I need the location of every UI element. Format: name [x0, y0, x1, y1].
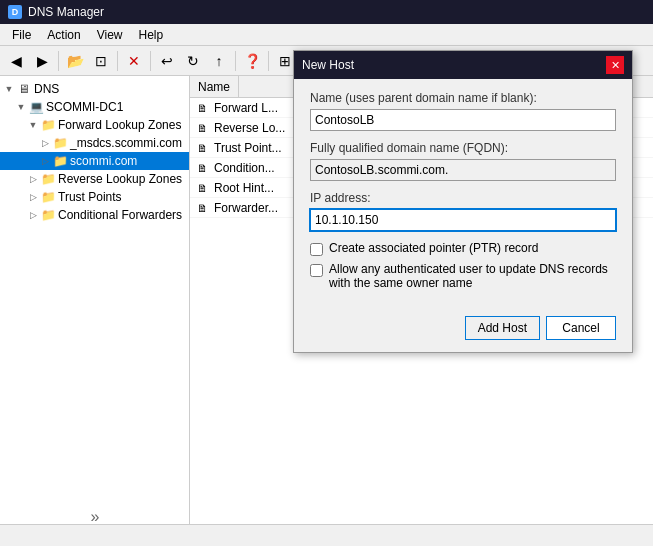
- tree-label-dns: DNS: [34, 82, 59, 96]
- nav-arrows: ◀ ▶: [4, 49, 54, 73]
- add-host-button[interactable]: Add Host: [465, 316, 540, 340]
- forward-folder-icon: 📁: [40, 117, 56, 133]
- name-column-header: Name: [190, 76, 239, 97]
- new-host-dialog: New Host ✕ Name (uses parent domain name…: [293, 50, 633, 353]
- app-icon: D: [8, 5, 22, 19]
- tree-label-reverse: Reverse Lookup Zones: [58, 172, 182, 186]
- tree-item-trust[interactable]: ▷ 📁 Trust Points: [0, 188, 189, 206]
- tree-label-conditional: Conditional Forwarders: [58, 208, 182, 222]
- ip-input[interactable]: [310, 209, 616, 231]
- server-icon: 💻: [28, 99, 44, 115]
- tree-item-server[interactable]: ▼ 💻 SCOMMI-DC1: [0, 98, 189, 116]
- expand-server-icon[interactable]: ▼: [14, 100, 28, 114]
- sep4: [235, 51, 236, 71]
- menu-view[interactable]: View: [89, 26, 131, 44]
- tree-item-reverse[interactable]: ▷ 📁 Reverse Lookup Zones: [0, 170, 189, 188]
- reverse-icon: 📁: [40, 171, 56, 187]
- list-icon-2: 🗎: [194, 140, 210, 156]
- expand-trust-icon[interactable]: ▷: [26, 190, 40, 204]
- sep2: [117, 51, 118, 71]
- dialog-title: New Host: [302, 58, 354, 72]
- tree-panel: ▼ 🖥 DNS ▼ 💻 SCOMMI-DC1 ▼ 📁 Forward Looku…: [0, 76, 190, 524]
- tree-item-dns[interactable]: ▼ 🖥 DNS: [0, 80, 189, 98]
- msdcs-icon: 📁: [52, 135, 68, 151]
- list-icon-4: 🗎: [194, 180, 210, 196]
- list-label-4: Root Hint...: [214, 181, 274, 195]
- expand-icon[interactable]: ▼: [2, 82, 16, 96]
- dns-icon: 🖥: [16, 81, 32, 97]
- tree-item-msdcs[interactable]: ▷ 📁 _msdcs.scommi.com: [0, 134, 189, 152]
- list-label-3: Condition...: [214, 161, 275, 175]
- fqdn-input: [310, 159, 616, 181]
- menu-bar: File Action View Help: [0, 24, 653, 46]
- sep5: [268, 51, 269, 71]
- double-arrow-icon: »: [87, 504, 104, 524]
- expand-conditional-icon[interactable]: ▷: [26, 208, 40, 222]
- expand-reverse-icon[interactable]: ▷: [26, 172, 40, 186]
- sep3: [150, 51, 151, 71]
- ip-label: IP address:: [310, 191, 616, 205]
- tree-item-scommi[interactable]: ▷ 📁 scommi.com: [0, 152, 189, 170]
- tree-label-msdcs: _msdcs.scommi.com: [70, 136, 182, 150]
- menu-action[interactable]: Action: [39, 26, 88, 44]
- list-label-0: Forward L...: [214, 101, 278, 115]
- trust-icon: 📁: [40, 189, 56, 205]
- list-label-1: Reverse Lo...: [214, 121, 285, 135]
- view-button[interactable]: ⊡: [89, 49, 113, 73]
- name-input[interactable]: [310, 109, 616, 131]
- dialog-title-bar: New Host ✕: [294, 51, 632, 79]
- expand-handle[interactable]: »: [0, 508, 190, 524]
- help-button[interactable]: ❓: [240, 49, 264, 73]
- auth-label: Allow any authenticated user to update D…: [329, 262, 616, 290]
- list-icon-1: 🗎: [194, 120, 210, 136]
- sep1: [58, 51, 59, 71]
- checkbox-auth-row: Allow any authenticated user to update D…: [310, 262, 616, 290]
- delete-button[interactable]: ✕: [122, 49, 146, 73]
- dialog-close-button[interactable]: ✕: [606, 56, 624, 74]
- auth-checkbox[interactable]: [310, 264, 323, 277]
- tree-label-forward: Forward Lookup Zones: [58, 118, 181, 132]
- checkbox-ptr-row: Create associated pointer (PTR) record: [310, 241, 616, 256]
- expand-msdcs-icon[interactable]: ▷: [38, 136, 52, 150]
- list-icon-5: 🗎: [194, 200, 210, 216]
- ptr-label: Create associated pointer (PTR) record: [329, 241, 538, 255]
- list-label-2: Trust Point...: [214, 141, 282, 155]
- tree-item-forward[interactable]: ▼ 📁 Forward Lookup Zones: [0, 116, 189, 134]
- status-bar: [0, 524, 653, 546]
- refresh2-button[interactable]: ↻: [181, 49, 205, 73]
- list-icon-3: 🗎: [194, 160, 210, 176]
- dialog-body: Name (uses parent domain name if blank):…: [294, 79, 632, 308]
- ptr-checkbox[interactable]: [310, 243, 323, 256]
- open-button[interactable]: 📂: [63, 49, 87, 73]
- menu-help[interactable]: Help: [131, 26, 172, 44]
- scommi-icon: 📁: [52, 153, 68, 169]
- tree-item-conditional[interactable]: ▷ 📁 Conditional Forwarders: [0, 206, 189, 224]
- menu-file[interactable]: File: [4, 26, 39, 44]
- conditional-icon: 📁: [40, 207, 56, 223]
- expand-forward-icon[interactable]: ▼: [26, 118, 40, 132]
- tree-label-scommi: scommi.com: [70, 154, 137, 168]
- refresh1-button[interactable]: ↩: [155, 49, 179, 73]
- up-button[interactable]: ↑: [207, 49, 231, 73]
- fqdn-label: Fully qualified domain name (FQDN):: [310, 141, 616, 155]
- forward-button[interactable]: ▶: [30, 49, 54, 73]
- tree-label-server: SCOMMI-DC1: [46, 100, 123, 114]
- list-label-5: Forwarder...: [214, 201, 278, 215]
- cancel-button[interactable]: Cancel: [546, 316, 616, 340]
- dialog-footer: Add Host Cancel: [294, 308, 632, 352]
- back-button[interactable]: ◀: [4, 49, 28, 73]
- tree-label-trust: Trust Points: [58, 190, 122, 204]
- app-title: DNS Manager: [28, 5, 104, 19]
- expand-scommi-icon[interactable]: ▷: [38, 154, 52, 168]
- name-label: Name (uses parent domain name if blank):: [310, 91, 616, 105]
- title-bar: D DNS Manager: [0, 0, 653, 24]
- list-icon-0: 🗎: [194, 100, 210, 116]
